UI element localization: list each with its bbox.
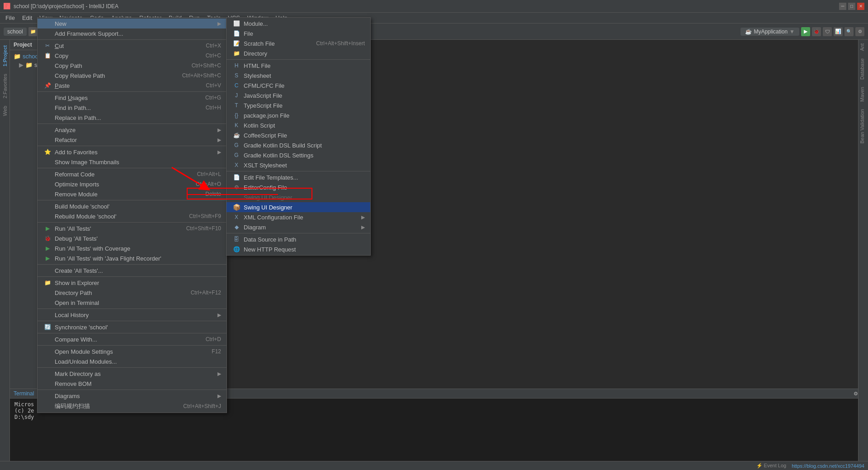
menu-item-file[interactable]: 📄 File bbox=[226, 28, 370, 38]
menu-item-cut[interactable]: ✂ Cut Ctrl+X bbox=[38, 41, 226, 51]
directory-icon: 📁 bbox=[232, 50, 241, 57]
menu-item-run-tests[interactable]: ▶ Run 'All Tests' Ctrl+Shift+F10 bbox=[38, 223, 226, 233]
coverage-button[interactable]: 🛡 bbox=[823, 27, 832, 36]
menu-item-show-thumbnails[interactable]: Show Image Thumbnails bbox=[38, 157, 226, 167]
minimize-button[interactable]: ─ bbox=[839, 3, 846, 10]
menu-item-open-terminal[interactable]: Open in Terminal bbox=[38, 298, 226, 308]
menu-item-kotlin-script[interactable]: K Kotlin Script bbox=[226, 120, 370, 130]
right-tab-maven[interactable]: Maven bbox=[859, 83, 866, 105]
run-config-label: MyApplication bbox=[754, 28, 788, 35]
title-text: school [D:\sdy\project\school] - Intelli… bbox=[14, 3, 118, 9]
menu-file[interactable]: File bbox=[2, 14, 19, 22]
menu-item-remove-module[interactable]: Remove Module Delete bbox=[38, 189, 226, 199]
menu-item-gradle-settings[interactable]: G Gradle Kotlin DSL Settings bbox=[226, 150, 370, 160]
cut-icon: ✂ bbox=[43, 43, 52, 49]
menu-item-new[interactable]: New ▶ bbox=[38, 19, 226, 28]
menu-item-run-jfr[interactable]: ▶ Run 'All Tests' with 'Java Flight Reco… bbox=[38, 253, 226, 263]
menu-item-compare-with[interactable]: Compare With... Ctrl+D bbox=[38, 334, 226, 344]
separator-8 bbox=[38, 264, 226, 265]
menu-item-cfml[interactable]: C CFML/CFC File bbox=[226, 81, 370, 90]
terminal-settings-icon[interactable]: ⚙ bbox=[854, 391, 858, 397]
menu-item-coffeescript[interactable]: ☕ CoffeeScript File bbox=[226, 130, 370, 140]
menu-item-xslt[interactable]: X XSLT Stylesheet bbox=[226, 160, 370, 170]
right-tab-ant[interactable]: Ant bbox=[859, 40, 866, 55]
menu-item-synchronize[interactable]: 🔄 Synchronize 'school' bbox=[38, 322, 226, 332]
menu-item-add-framework[interactable]: Add Framework Support... bbox=[38, 28, 226, 38]
menu-item-optimize-imports[interactable]: Optimize Imports Ctrl+Alt+O bbox=[38, 179, 226, 189]
menu-item-reformat[interactable]: Reformat Code Ctrl+Alt+L bbox=[38, 169, 226, 179]
menu-item-directory[interactable]: 📁 Directory bbox=[226, 48, 370, 58]
menu-item-copy[interactable]: 📋 Copy Ctrl+C bbox=[38, 51, 226, 61]
debug-button[interactable]: 🐞 bbox=[812, 27, 821, 36]
toolbar-icon-open[interactable]: 📁 bbox=[28, 27, 38, 36]
menu-item-find-usages[interactable]: Find Usages Ctrl+G bbox=[38, 93, 226, 103]
menu-item-analyze[interactable]: Analyze ▶ bbox=[38, 125, 226, 135]
menu-item-copy-path[interactable]: Copy Path Ctrl+Shift+C bbox=[38, 61, 226, 71]
menu-item-datasource[interactable]: 🗄 Data Source in Path bbox=[226, 234, 370, 244]
run-button[interactable]: ▶ bbox=[801, 27, 810, 36]
menu-item-resource-bundle[interactable]: 📦 Swing UI Designer bbox=[226, 202, 370, 212]
menu-item-remove-bom[interactable]: Remove BOM bbox=[38, 379, 226, 389]
maximize-button[interactable]: □ bbox=[848, 3, 855, 10]
settings-button[interactable]: ⚙ bbox=[855, 27, 864, 36]
menu-item-show-explorer[interactable]: 📁 Show in Explorer bbox=[38, 278, 226, 288]
profiler-button[interactable]: 📊 bbox=[834, 27, 843, 36]
sidebar-tab-favorites[interactable]: 2:Favorites bbox=[1, 70, 9, 102]
separator-7 bbox=[38, 222, 226, 223]
menu-item-stylesheet[interactable]: S Stylesheet bbox=[226, 71, 370, 81]
terminal-tab[interactable]: Terminal bbox=[14, 390, 34, 397]
menu-item-http-request[interactable]: 🌐 New HTTP Request bbox=[226, 244, 370, 254]
menu-item-xml-config[interactable]: X XML Configuration File ▶ bbox=[226, 212, 370, 222]
run-icon: ▶ bbox=[43, 225, 52, 232]
menu-item-js-file[interactable]: J JavaScript File bbox=[226, 90, 370, 100]
xml-config-icon: X bbox=[232, 214, 241, 220]
close-button[interactable]: ✕ bbox=[857, 3, 864, 10]
menu-edit[interactable]: Edit bbox=[19, 14, 36, 22]
menu-item-rebuild-module[interactable]: Rebuild Module 'school' Ctrl+Shift+F9 bbox=[38, 211, 226, 221]
menu-item-editorconfig[interactable]: ⚙ EditorConfig File bbox=[226, 182, 370, 192]
project-selector[interactable]: school bbox=[4, 28, 27, 36]
sidebar-tab-project[interactable]: 1:Project bbox=[1, 42, 9, 70]
menu-item-module-settings[interactable]: Open Module Settings F12 bbox=[38, 347, 226, 356]
copy-icon: 📋 bbox=[43, 52, 52, 59]
menu-item-copy-relative-path[interactable]: Copy Relative Path Ctrl+Alt+Shift+C bbox=[38, 71, 226, 81]
editorconfig-icon: ⚙ bbox=[232, 184, 241, 190]
menu-item-run-coverage[interactable]: ▶ Run 'All Tests' with Coverage bbox=[38, 243, 226, 253]
separator-10 bbox=[38, 309, 226, 309]
menu-item-create-tests[interactable]: Create 'All Tests'... bbox=[38, 266, 226, 275]
menu-item-debug-tests[interactable]: 🐞 Debug 'All Tests' bbox=[38, 233, 226, 243]
menu-item-module[interactable]: ⬜ Module... bbox=[226, 19, 370, 28]
menu-item-local-history[interactable]: Local History ▶ bbox=[38, 310, 226, 320]
menu-item-code-scan[interactable]: 编码规约扫描 Ctrl+Alt+Shift+J bbox=[38, 401, 226, 412]
menu-item-swing-ui[interactable]: Swing UI Designer bbox=[226, 192, 370, 202]
json-icon: {} bbox=[232, 112, 241, 119]
menu-item-paste[interactable]: 📌 Paste Ctrl+V bbox=[38, 81, 226, 90]
app-logo: 🅿 bbox=[4, 3, 10, 10]
menu-item-scratch-file[interactable]: 📝 Scratch File Ctrl+Alt+Shift+Insert bbox=[226, 38, 370, 48]
run-config-selector[interactable]: ☕ MyApplication ▼ bbox=[741, 28, 799, 36]
menu-item-build-module[interactable]: Build Module 'school' bbox=[38, 201, 226, 211]
menu-item-edit-templates[interactable]: 📄 Edit File Templates... bbox=[226, 172, 370, 182]
menu-item-diagrams[interactable]: Diagrams ▶ bbox=[38, 391, 226, 401]
scratch-icon: 📝 bbox=[232, 40, 241, 47]
menu-item-load-unload[interactable]: Load/Unload Modules... bbox=[38, 356, 226, 366]
right-tab-bean-validation[interactable]: Bean Validation bbox=[859, 105, 866, 147]
menu-item-replace-in-path[interactable]: Replace in Path... bbox=[38, 113, 226, 123]
menu-item-refactor[interactable]: Refactor ▶ bbox=[38, 135, 226, 145]
terminal-line-3: D:\sdy bbox=[14, 414, 863, 420]
event-log-link[interactable]: ⚡ Event Log bbox=[756, 463, 787, 469]
menu-item-ts-file[interactable]: T TypeScript File bbox=[226, 100, 370, 110]
menu-item-find-in-path[interactable]: Find in Path... Ctrl+H bbox=[38, 103, 226, 113]
cfml-icon: C bbox=[232, 82, 241, 89]
titlebar: 🅿 school [D:\sdy\project\school] - Intel… bbox=[0, 0, 868, 13]
menu-item-directory-path[interactable]: Directory Path Ctrl+Alt+F12 bbox=[38, 288, 226, 298]
search-everywhere-toolbar[interactable]: 🔍 bbox=[844, 27, 854, 36]
right-tab-database[interactable]: Database bbox=[859, 55, 866, 83]
menu-item-package-json[interactable]: {} package.json File bbox=[226, 110, 370, 120]
menu-item-gradle-build[interactable]: G Gradle Kotlin DSL Build Script bbox=[226, 140, 370, 150]
menu-item-add-favorites[interactable]: ⭐ Add to Favorites ▶ bbox=[38, 147, 226, 157]
menu-item-mark-directory[interactable]: Mark Directory as ▶ bbox=[38, 369, 226, 379]
sidebar-tab-web[interactable]: Web bbox=[1, 102, 9, 119]
menu-item-diagram[interactable]: ◆ Diagram ▶ bbox=[226, 222, 370, 232]
menu-item-html-file[interactable]: H HTML File bbox=[226, 61, 370, 71]
